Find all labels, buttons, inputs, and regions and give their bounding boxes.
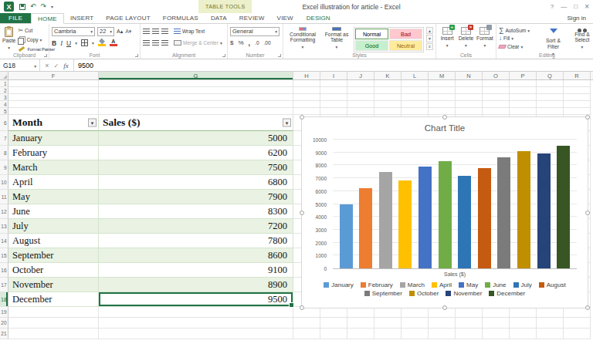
cell-P20[interactable]: [510, 318, 537, 329]
cell-K4[interactable]: [374, 101, 402, 108]
increase-decimal-button[interactable]: [255, 40, 259, 46]
paste-button[interactable]: Paste: [2, 26, 15, 53]
cell-L2[interactable]: [402, 87, 429, 94]
row-header-2[interactable]: 2: [0, 87, 8, 94]
cell-I20[interactable]: [320, 318, 347, 329]
cell-N4[interactable]: [456, 101, 483, 108]
row-header-6[interactable]: 6: [0, 115, 8, 131]
insert-cells-button[interactable]: Insert: [439, 26, 456, 50]
column-header-r[interactable]: R: [564, 72, 591, 79]
legend-item-september[interactable]: September: [364, 290, 402, 297]
align-bottom-icon[interactable]: [161, 29, 168, 34]
cell-H19[interactable]: [293, 307, 320, 318]
fill-button[interactable]: Fill: [499, 35, 537, 42]
row-header-12[interactable]: 12: [0, 204, 8, 219]
font-dialog-launcher-icon[interactable]: [135, 54, 138, 57]
cell-N3[interactable]: [456, 94, 483, 101]
column-header-j[interactable]: J: [347, 72, 374, 79]
qat-customize-icon[interactable]: [51, 3, 53, 10]
cell-I3[interactable]: [320, 94, 347, 101]
cell-N21[interactable]: [456, 329, 483, 339]
bar-july[interactable]: [458, 176, 471, 268]
cell-P3[interactable]: [510, 94, 537, 101]
help-icon[interactable]: [551, 3, 554, 10]
filter-button-month[interactable]: ▼: [88, 119, 97, 127]
align-center-icon[interactable]: [152, 40, 159, 46]
row-header-15[interactable]: 15: [0, 248, 8, 263]
cell-Q2[interactable]: [537, 87, 564, 94]
cell-I4[interactable]: [320, 101, 347, 108]
cell-G19[interactable]: [99, 307, 293, 318]
cell-R20[interactable]: [564, 318, 591, 329]
gallery-more-icon[interactable]: ≡: [426, 43, 433, 50]
cell-P19[interactable]: [510, 307, 537, 318]
column-header-m[interactable]: M: [429, 72, 456, 79]
cell-F20[interactable]: [8, 318, 99, 329]
comma-style-button[interactable]: [249, 39, 251, 47]
column-header-i[interactable]: I: [320, 72, 347, 79]
cell-F18[interactable]: December: [8, 292, 99, 307]
cell-R1[interactable]: [564, 80, 591, 87]
legend-item-november[interactable]: November: [446, 290, 482, 297]
column-header-l[interactable]: L: [402, 72, 429, 79]
cell-M5[interactable]: [429, 108, 456, 115]
cell-J5[interactable]: [347, 108, 374, 115]
cell-F7[interactable]: January: [8, 131, 99, 146]
bar-may[interactable]: [418, 167, 432, 268]
row-header-3[interactable]: 3: [0, 94, 8, 101]
cell-G9[interactable]: 7500: [99, 160, 293, 175]
maximize-icon[interactable]: [574, 3, 578, 10]
cell-F17[interactable]: November: [8, 278, 99, 292]
cell-F14[interactable]: August: [8, 234, 99, 248]
row-header-4[interactable]: 4: [0, 101, 8, 108]
cell-O1[interactable]: [483, 80, 510, 87]
cell-N5[interactable]: [456, 108, 483, 115]
cell-N19[interactable]: [456, 307, 483, 318]
cell-J3[interactable]: [347, 94, 374, 101]
cell-O4[interactable]: [483, 101, 510, 108]
cell-R5[interactable]: [564, 108, 591, 115]
cell-style-normal[interactable]: Normal: [355, 29, 388, 39]
legend-item-march[interactable]: March: [400, 281, 425, 288]
column-header-g[interactable]: G: [99, 72, 293, 79]
cell-M21[interactable]: [429, 329, 456, 339]
grow-font-button[interactable]: [117, 29, 123, 35]
excel-logo-icon[interactable]: X: [4, 2, 14, 12]
row-header-1[interactable]: 1: [0, 80, 8, 87]
cell-P1[interactable]: [510, 80, 537, 87]
insert-function-icon[interactable]: [63, 62, 69, 69]
cell-G3[interactable]: [99, 94, 293, 101]
cell-N2[interactable]: [456, 87, 483, 94]
sign-in-link[interactable]: Sign in: [561, 13, 593, 23]
cell-G18[interactable]: 9500: [99, 292, 293, 307]
cell-J19[interactable]: [347, 307, 374, 318]
row-header-9[interactable]: 9: [0, 160, 8, 175]
cell-F4[interactable]: [8, 101, 99, 108]
underline-button[interactable]: [66, 39, 71, 47]
cell-G1[interactable]: [99, 80, 293, 87]
row-header-11[interactable]: 11: [0, 190, 8, 204]
table-header-month[interactable]: Month▼: [8, 115, 99, 131]
cell-F13[interactable]: July: [8, 219, 99, 234]
legend-item-june[interactable]: June: [485, 281, 506, 288]
number-format-combo[interactable]: General: [230, 27, 280, 36]
cell-G8[interactable]: 6200: [99, 146, 293, 160]
cell-J20[interactable]: [347, 318, 374, 329]
cell-K1[interactable]: [374, 80, 402, 87]
cell-K5[interactable]: [374, 108, 402, 115]
cell-G5[interactable]: [99, 108, 293, 115]
cell-F9[interactable]: March: [8, 160, 99, 175]
cell-M4[interactable]: [429, 101, 456, 108]
legend-item-august[interactable]: August: [539, 281, 566, 288]
filter-button-sales[interactable]: ▼: [283, 119, 291, 127]
table-header-sales[interactable]: Sales ($)▼: [99, 115, 293, 131]
minimize-icon[interactable]: [561, 3, 567, 10]
column-header-q[interactable]: Q: [537, 72, 564, 79]
wrap-text-button[interactable]: Wrap Text: [174, 27, 205, 35]
bar-september[interactable]: [497, 157, 510, 268]
cell-Q19[interactable]: [537, 307, 564, 318]
delete-cells-button[interactable]: Delete: [457, 26, 474, 50]
row-header-21[interactable]: 21: [0, 329, 8, 339]
cell-style-neutral[interactable]: Neutral: [389, 40, 422, 51]
tab-home[interactable]: HOME: [31, 13, 64, 24]
